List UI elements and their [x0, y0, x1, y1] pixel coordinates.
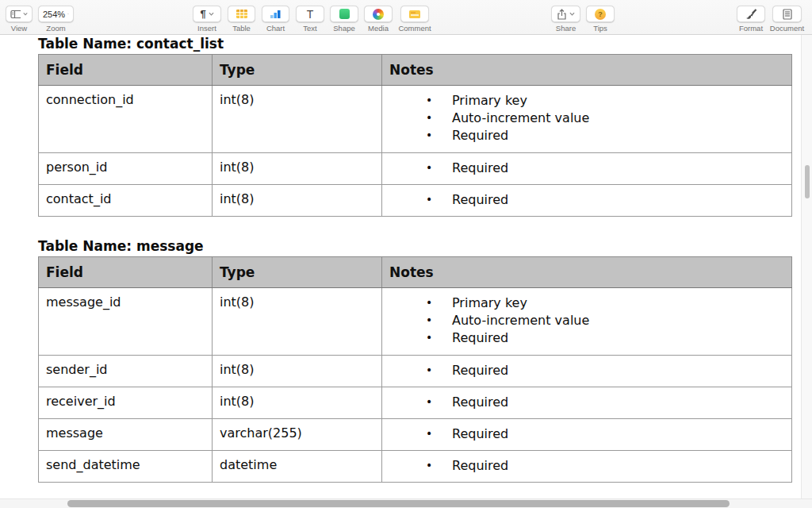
notes-cell: Required [382, 387, 792, 419]
tips-button[interactable]: ? Tips [586, 6, 615, 22]
column-header: Notes [382, 55, 792, 86]
document-button[interactable]: Document [772, 6, 802, 22]
note-item: Required [389, 362, 791, 379]
table-title: Table Name: contact_list [38, 36, 801, 52]
note-item: Required [389, 394, 791, 411]
table-row: messagevarchar(255)Required [39, 419, 792, 451]
type-cell: int(8) [213, 387, 382, 419]
vertical-scrollbar-track[interactable] [801, 35, 812, 498]
chevron-down-icon [23, 12, 28, 16]
field-cell: contact_id [39, 185, 213, 217]
type-cell: varchar(255) [213, 419, 382, 451]
table-title: Table Name: message [38, 238, 801, 254]
schema-table-block: Table Name: message FieldTypeNotes messa… [38, 238, 801, 483]
type-cell: int(8) [213, 356, 382, 387]
media-button[interactable]: Media [364, 6, 393, 22]
table-icon [236, 9, 248, 19]
note-item: Required [389, 425, 791, 443]
table-row: sender_idint(8)Required [39, 356, 792, 387]
column-header: Type [213, 257, 382, 288]
column-header: Field [39, 257, 213, 288]
format-button[interactable]: Format [737, 6, 765, 22]
text-icon: T [307, 8, 314, 21]
shape-button[interactable]: Shape [330, 6, 358, 22]
schema-table-block: Table Name: contact_list FieldTypeNotes … [38, 36, 801, 217]
type-cell: int(8) [213, 288, 382, 356]
table-row: send_datetimedatetimeRequired [39, 451, 792, 483]
table-row: connection_idint(8)Primary keyAuto-incre… [39, 86, 792, 153]
notes-cell: Required [382, 451, 792, 483]
note-item: Required [389, 191, 791, 209]
toolbar: View 254% Zoom ¶ Insert Table [0, 0, 812, 35]
note-item: Primary key [389, 92, 791, 110]
field-cell: sender_id [39, 356, 213, 387]
document-icon [783, 9, 792, 20]
field-cell: connection_id [39, 86, 213, 153]
note-item: Primary key [389, 294, 791, 312]
table-button[interactable]: Table [228, 6, 255, 22]
field-cell: send_datetime [39, 451, 213, 483]
horizontal-scrollbar-thumb[interactable] [67, 500, 730, 507]
notes-cell: Primary keyAuto-increment valueRequired [382, 288, 792, 356]
type-cell: int(8) [213, 153, 382, 185]
notes-cell: Required [382, 153, 792, 185]
header-row: FieldTypeNotes [39, 257, 792, 288]
paintbrush-icon [745, 9, 757, 20]
chevron-down-icon [67, 12, 69, 16]
column-header: Type [213, 55, 382, 86]
type-cell: int(8) [213, 86, 382, 153]
note-item: Auto-increment value [389, 110, 791, 127]
table-row: person_idint(8)Required [39, 153, 792, 185]
schema-table: FieldTypeNotes connection_idint(8)Primar… [38, 54, 792, 217]
notes-cell: Required [382, 419, 792, 451]
field-cell: person_id [39, 153, 213, 185]
question-mark-icon: ? [595, 9, 606, 20]
insert-button[interactable]: ¶ Insert [193, 6, 221, 22]
chart-button[interactable]: Chart [262, 6, 289, 22]
table-row: contact_idint(8)Required [39, 185, 792, 217]
note-item: Required [389, 160, 791, 177]
type-cell: int(8) [213, 185, 382, 217]
sidebar-layout-icon [10, 10, 21, 19]
table-row: receiver_idint(8)Required [39, 387, 792, 419]
column-header: Field [39, 55, 213, 86]
note-item: Required [389, 329, 791, 347]
schema-table: FieldTypeNotes message_idint(8)Primary k… [38, 256, 792, 483]
shape-icon [339, 9, 350, 19]
notes-cell: Primary keyAuto-increment valueRequired [382, 86, 792, 153]
comment-button[interactable]: Comment [400, 6, 429, 22]
note-item: Auto-increment value [389, 312, 791, 329]
view-button[interactable]: View [6, 6, 33, 22]
horizontal-scrollbar-track[interactable] [0, 498, 812, 508]
chevron-down-icon [209, 12, 214, 16]
comment-icon [408, 10, 421, 19]
note-item: Required [389, 127, 791, 144]
media-pinwheel-icon [373, 9, 384, 20]
zoom-button[interactable]: 254% Zoom [38, 6, 74, 22]
document-content: Table Name: contact_list FieldTypeNotes … [38, 36, 801, 483]
document-page: Table Name: contact_list FieldTypeNotes … [0, 35, 801, 498]
column-header: Notes [382, 257, 792, 288]
type-cell: datetime [213, 451, 382, 483]
field-cell: message_id [39, 288, 213, 356]
pilcrow-icon: ¶ [200, 8, 205, 20]
field-cell: receiver_id [39, 387, 213, 419]
notes-cell: Required [382, 356, 792, 387]
share-button[interactable]: Share [551, 6, 580, 22]
header-row: FieldTypeNotes [39, 55, 792, 86]
text-button[interactable]: T Text [296, 6, 324, 22]
note-item: Required [389, 457, 791, 475]
table-row: message_idint(8)Primary keyAuto-incremen… [39, 288, 792, 356]
share-icon [557, 9, 567, 20]
zoom-value: 254% [43, 10, 65, 19]
chevron-down-icon [569, 12, 575, 16]
notes-cell: Required [382, 185, 792, 217]
field-cell: message [39, 419, 213, 451]
vertical-scrollbar-thumb[interactable] [805, 165, 810, 198]
bar-chart-icon [270, 9, 282, 19]
